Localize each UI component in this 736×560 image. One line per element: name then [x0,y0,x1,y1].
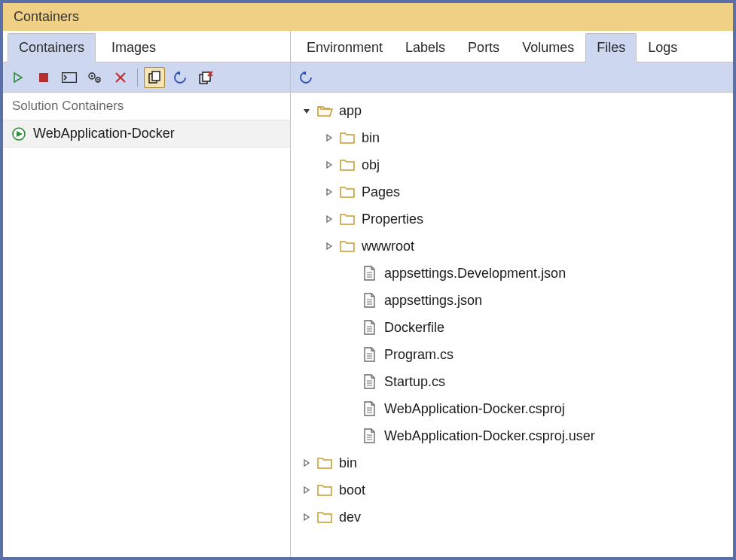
tree-folder[interactable]: bin [291,449,733,476]
file-icon [362,292,378,309]
tree-label: wwwroot [360,239,414,254]
tree-file[interactable]: Dockerfile [291,314,733,341]
left-toolbar [3,62,290,93]
container-list: WebApplication-Docker [3,120,290,557]
tree-folder[interactable]: Properties [291,205,733,233]
tab-ports[interactable]: Ports [457,33,511,62]
tree-label: appsettings.json [383,293,482,309]
tree-folder[interactable]: bin [291,124,733,151]
tree-file[interactable]: appsettings.Development.json [291,260,733,287]
left-pane: Containers Images [3,31,291,557]
tree-file[interactable]: Program.cs [291,341,733,368]
expand-arrow-icon[interactable] [301,512,312,522]
x-icon [115,72,127,84]
expand-arrow-icon [347,349,357,360]
file-icon [362,373,378,390]
refresh-button[interactable] [169,67,191,88]
expand-arrow-icon [347,376,357,387]
tree-label: bin [360,130,380,146]
tree-folder[interactable]: wwwroot [291,233,733,260]
svg-point-3 [91,75,93,76]
folder-icon [339,129,356,146]
tree-label: Dockerfile [383,320,444,336]
tab-volumes[interactable]: Volumes [511,33,585,62]
expand-arrow-icon [347,295,357,306]
files-refresh-button[interactable] [295,67,316,88]
gears-icon [87,72,102,84]
folder-icon [316,509,333,525]
tree-folder[interactable]: Pages [291,178,733,205]
right-pane: Environment Labels Ports Volumes Files L… [291,31,733,557]
expand-arrow-icon [347,322,357,333]
file-icon [362,428,378,444]
tree-label: boot [337,482,365,498]
tree-label: appsettings.Development.json [383,266,566,282]
expand-arrow-icon[interactable] [301,105,312,116]
tree-folder[interactable]: dev [291,504,733,531]
tab-files[interactable]: Files [585,33,637,62]
window-title: Containers [3,3,733,31]
tree-file[interactable]: WebApplication-Docker.csproj [291,395,733,422]
container-item[interactable]: WebApplication-Docker [3,120,290,148]
delete-button[interactable] [110,67,131,88]
left-tabs: Containers Images [3,31,290,62]
running-status-icon [12,127,26,141]
folder-icon [339,238,356,254]
copy-button[interactable] [144,67,165,88]
tree-folder[interactable]: app [291,97,733,124]
tree-label: Properties [360,212,423,227]
tree-file[interactable]: Startup.cs [291,368,733,395]
svg-point-5 [97,79,99,81]
svg-rect-7 [152,72,160,81]
tree-file[interactable]: WebApplication-Docker.csproj.user [291,422,733,449]
prune-button[interactable] [195,67,216,88]
tab-images[interactable]: Images [100,33,167,62]
folder-icon [316,482,333,498]
expand-arrow-icon[interactable] [301,458,312,468]
file-icon [362,400,378,417]
start-button[interactable] [8,67,29,88]
refresh-icon [299,71,313,84]
tab-labels[interactable]: Labels [394,33,457,62]
tree-label: Startup.cs [383,374,445,390]
right-toolbar [291,62,733,93]
expand-arrow-icon[interactable] [301,485,312,495]
file-icon [362,265,378,282]
refresh-icon [173,71,187,84]
expand-arrow-icon[interactable] [324,132,334,143]
svg-rect-1 [63,72,77,82]
expand-arrow-icon[interactable] [324,241,334,251]
stop-icon [38,72,49,83]
file-icon [362,346,378,363]
containers-window: Containers Containers Images [0,0,736,560]
expand-arrow-icon [347,268,357,278]
tree-label: bin [337,455,357,471]
terminal-icon [62,72,77,83]
tree-folder[interactable]: obj [291,151,733,178]
terminal-button[interactable] [59,67,80,88]
tree-label: WebApplication-Docker.csproj.user [383,428,595,444]
expand-arrow-icon[interactable] [324,160,334,170]
expand-arrow-icon[interactable] [324,187,334,197]
toolbar-divider [137,68,138,87]
svg-rect-0 [39,73,48,82]
tree-folder[interactable]: boot [291,476,733,504]
settings-button[interactable] [84,67,105,88]
tab-logs[interactable]: Logs [637,33,689,62]
tab-environment[interactable]: Environment [295,33,394,62]
list-header: Solution Containers [3,93,290,120]
file-tree[interactable]: appbinobjPagesPropertieswwwrootappsettin… [291,93,733,557]
folder-icon [316,455,333,471]
tree-label: app [337,103,362,119]
tree-file[interactable]: appsettings.json [291,287,733,314]
file-icon [362,319,378,336]
tree-label: Program.cs [383,347,454,363]
expand-arrow-icon[interactable] [324,214,334,224]
stop-button[interactable] [33,67,54,88]
play-icon [12,72,24,84]
tree-label: WebApplication-Docker.csproj [383,401,565,417]
tab-containers[interactable]: Containers [8,33,96,62]
tree-label: dev [337,510,361,525]
tree-label: obj [360,157,380,173]
folder-icon [339,157,356,173]
